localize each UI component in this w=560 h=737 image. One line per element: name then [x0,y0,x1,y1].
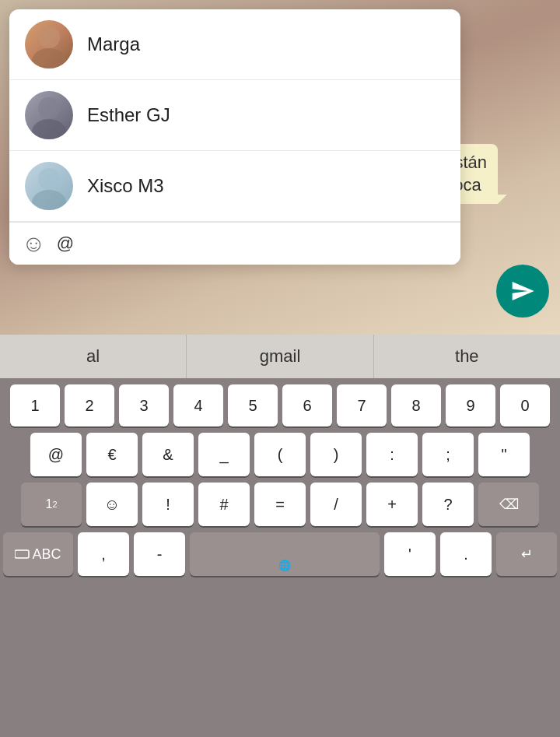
key-underscore[interactable]: _ [198,433,250,476]
svg-point-4 [38,168,60,190]
key-hash[interactable]: # [198,483,250,526]
key-apostrophe[interactable]: ' [384,532,436,576]
key-question[interactable]: ? [422,483,474,526]
send-icon [510,279,535,304]
suggestions-bar: al gmail the [0,335,560,378]
svg-rect-6 [15,550,29,558]
key-minus[interactable]: - [134,532,185,576]
key-1[interactable]: 1 [10,384,60,426]
key-enter[interactable]: ↵ [496,532,557,576]
svg-point-1 [32,48,66,68]
key-semicolon[interactable]: ; [422,433,474,476]
svg-point-2 [38,97,60,119]
keyboard-symbol-row2: 12 ☺ ! # = / + ? ⌫ [3,483,557,526]
key-plus[interactable]: + [366,483,418,526]
keyboard-number-row: 1 2 3 4 5 6 7 8 9 0 [3,384,557,426]
key-at[interactable]: @ [30,433,82,476]
abc-icon [15,549,30,560]
svg-point-3 [32,119,66,139]
key-ampersand[interactable]: & [142,433,194,476]
avatar-esther [25,91,73,139]
key-lparen[interactable]: ( [254,433,306,476]
contact-name-marga: Marga [87,33,140,55]
key-rparen[interactable]: ) [310,433,362,476]
svg-point-5 [32,190,66,210]
suggestion-gmail[interactable]: gmail [187,335,373,378]
mention-dropdown: Marga Esther GJ Xisco M3 ☺ @ [9,9,460,265]
key-7[interactable]: 7 [337,384,387,426]
svg-point-0 [38,26,60,48]
key-period[interactable]: . [440,532,492,576]
key-2[interactable]: 2 [65,384,114,426]
key-exclaim[interactable]: ! [142,483,194,526]
key-space[interactable]: 🌐 [190,532,380,576]
key-smiley[interactable]: ☺ [86,483,138,526]
key-abc[interactable]: ABC [3,532,73,576]
send-button[interactable] [496,265,549,318]
avatar-image-xisco [25,162,73,210]
contact-name-xisco: Xisco M3 [87,175,164,197]
avatar-image-marga [25,20,73,68]
avatar-xisco [25,162,73,210]
key-colon[interactable]: : [366,433,418,476]
avatar-image-esther [25,91,73,139]
emoji-button[interactable]: ☺ [22,230,46,257]
key-euro[interactable]: € [86,433,138,476]
key-5[interactable]: 5 [228,384,278,426]
keyboard: 1 2 3 4 5 6 7 8 9 0 @ € & _ ( ) : ; " 12… [0,378,560,737]
mention-contact-xisco[interactable]: Xisco M3 [9,151,460,222]
avatar-marga [25,20,73,68]
key-comma[interactable]: , [78,532,129,576]
suggestion-al[interactable]: al [0,335,187,378]
key-0[interactable]: 0 [500,384,550,426]
suggestion-the[interactable]: the [374,335,560,378]
key-equals[interactable]: = [254,483,306,526]
mention-contact-marga[interactable]: Marga [9,9,460,80]
key-9[interactable]: 9 [446,384,495,426]
key-quote[interactable]: " [478,433,530,476]
key-8[interactable]: 8 [391,384,441,426]
contact-name-esther: Esther GJ [87,104,170,126]
key-6[interactable]: 6 [282,384,332,426]
message-input[interactable]: @ [57,233,448,254]
mention-contact-esther[interactable]: Esther GJ [9,80,460,151]
key-slash[interactable]: / [310,483,362,526]
keyboard-bottom-row: ABC , - 🌐 ' . ↵ [3,532,557,576]
key-shift[interactable]: 12 [21,483,82,526]
key-backspace[interactable]: ⌫ [478,483,539,526]
message-input-bar: ☺ @ [9,222,460,265]
key-4[interactable]: 4 [173,384,223,426]
keyboard-symbol-row1: @ € & _ ( ) : ; " [3,433,557,476]
key-3[interactable]: 3 [119,384,169,426]
